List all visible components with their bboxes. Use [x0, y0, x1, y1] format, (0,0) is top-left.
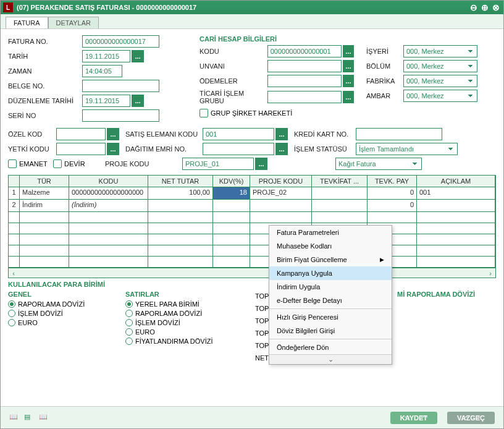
table-row[interactable]: 1 Malzeme 0000000000000000000 100,00 18 … [9, 187, 495, 200]
grup-sirket-checkbox[interactable] [200, 109, 208, 117]
odemeler-lookup-icon[interactable]: ... [343, 75, 354, 87]
table-row[interactable] [9, 234, 495, 245]
table-row[interactable]: 2 İndirim (İndirim) 0 [9, 200, 495, 212]
emanet-checkbox[interactable] [8, 159, 17, 168]
book-icon[interactable]: 📖 [9, 413, 19, 423]
satir-radio-euro[interactable]: EURO [125, 328, 243, 336]
bolum-select[interactable]: 000, Merkez [403, 60, 477, 72]
proje-kodu-label: PROJE KODU [105, 160, 182, 168]
col-kodu: KODU [69, 176, 148, 187]
ozel-kod-lookup-icon[interactable]: ... [107, 128, 119, 140]
cari-kodu-input[interactable] [267, 45, 342, 57]
seri-no-label: SERİ NO [8, 112, 82, 119]
ticari-islem-input[interactable] [267, 91, 342, 103]
col-tur: TÜR [20, 176, 69, 187]
belge-no-input[interactable] [82, 80, 159, 92]
isyeri-label: İŞYERİ [366, 48, 403, 55]
satir-radio-yerel[interactable]: YEREL PARA BİRİMİ [125, 300, 243, 308]
document-icon[interactable]: ▤ [24, 413, 34, 423]
tarih-input[interactable] [82, 50, 130, 62]
grid-scrollbar[interactable]: ‹ › [8, 268, 496, 278]
app-logo: L [3, 2, 13, 12]
raporlama-dovizi-title: Mİ RAPORLAMA DÖVİZİ [397, 291, 475, 298]
yetki-kodu-input[interactable] [56, 143, 106, 155]
fatura-no-input[interactable] [82, 35, 159, 48]
para-birimi-title: KULLANILACAK PARA BİRİMİ [8, 281, 496, 288]
genel-radio-euro[interactable]: EURO [8, 319, 113, 326]
kredi-kart-label: KREDİ KART NO. [294, 130, 356, 138]
proje-kodu-input[interactable] [182, 158, 254, 170]
minimize-icon[interactable]: ⊖ [469, 2, 479, 12]
dagitim-emri-label: DAĞITIM EMRİ NO. [125, 145, 203, 153]
satir-radio-raporlama[interactable]: RAPORLAMA DÖVİZİ [125, 310, 243, 317]
menu-indirim-uygula[interactable]: İndirim Uygula [269, 280, 392, 294]
vazgec-button[interactable]: VAZGEÇ [447, 412, 495, 424]
duzenleme-tarih-input[interactable] [82, 95, 130, 107]
genel-radio-islem[interactable]: İŞLEM DÖVİZİ [8, 310, 113, 317]
fabrika-select[interactable]: 000, Merkez [403, 75, 477, 87]
tarih-label: TARİH [8, 53, 82, 60]
unvani-label: UNVANI [200, 62, 267, 70]
islem-statusu-select[interactable]: İşlem Tamamlandı [356, 143, 458, 155]
kaydet-button[interactable]: KAYDET [390, 412, 437, 424]
col-kdv: KDV(%) [213, 176, 250, 187]
satis-elemani-label: SATIŞ ELEMANI KODU [125, 130, 203, 138]
duzenleme-tarih-picker-icon[interactable]: ... [132, 95, 144, 107]
menu-birim-fiyat-guncelleme[interactable]: Birim Fiyat Güncelleme▶ [269, 253, 392, 266]
satir-radio-fiyatlandirma[interactable]: FİYATLANDIRMA DÖVİZİ [125, 338, 243, 345]
genel-radio-raporlama[interactable]: RAPORLAMA DÖVİZİ [8, 300, 113, 308]
menu-fatura-parametreleri[interactable]: Fatura Parametreleri [269, 226, 392, 239]
cari-kodu-lookup-icon[interactable]: ... [343, 45, 354, 57]
kredi-kart-input[interactable] [356, 128, 442, 140]
genel-title: GENEL [8, 291, 113, 298]
table-row[interactable] [9, 257, 495, 268]
dagitim-emri-lookup-icon[interactable]: ... [275, 143, 288, 155]
footer-bar: 📖 ▤ 📖 KAYDET VAZGEÇ [1, 406, 503, 428]
context-menu[interactable]: Fatura Parametreleri Muhasebe Kodları Bi… [269, 225, 392, 365]
table-row[interactable] [9, 212, 495, 223]
tab-detaylar[interactable]: DETAYLAR [48, 17, 99, 28]
devir-label: DEVİR [64, 160, 101, 168]
maximize-icon[interactable]: ⊕ [480, 2, 490, 12]
ticari-islem-label: TİCARİ İŞLEM GRUBU [200, 90, 267, 104]
dagitim-emri-input[interactable] [203, 143, 274, 155]
scroll-right-icon[interactable]: › [485, 269, 495, 278]
satir-radio-islem[interactable]: İŞLEM DÖVİZİ [125, 319, 243, 326]
unvani-lookup-icon[interactable]: ... [343, 60, 354, 72]
yetki-kodu-lookup-icon[interactable]: ... [107, 143, 119, 155]
tarih-picker-icon[interactable]: ... [132, 50, 144, 62]
line-items-grid[interactable]: TÜR KODU NET TUTAR KDV(%) PROJE KODU TEV… [8, 175, 496, 268]
tab-fatura[interactable]: FATURA [6, 17, 48, 28]
ambar-select[interactable]: 000, Merkez [403, 90, 477, 102]
ticari-islem-lookup-icon[interactable]: ... [343, 91, 354, 103]
table-row[interactable] [9, 223, 495, 234]
menu-doviz-bilgileri[interactable]: Döviz Bilgileri Girişi [269, 324, 392, 338]
fatura-tipi-select[interactable]: Kağıt Fatura [335, 158, 422, 170]
menu-muhasebe-kodlari[interactable]: Muhasebe Kodları [269, 239, 392, 253]
grup-sirket-label: GRUP ŞİRKET HAREKETİ [211, 109, 292, 117]
satis-elemani-input[interactable] [203, 128, 274, 140]
isyeri-select[interactable]: 000, Merkez [403, 45, 477, 57]
close-icon[interactable]: ⊗ [491, 2, 501, 12]
zaman-input[interactable] [82, 65, 122, 77]
unvani-input[interactable] [267, 60, 342, 72]
table-row[interactable] [9, 245, 495, 257]
fatura-no-label: FATURA NO. [8, 38, 82, 45]
satis-elemani-lookup-icon[interactable]: ... [275, 128, 288, 140]
odemeler-input[interactable] [267, 75, 342, 87]
cari-hesap-title: CARİ HESAP BİLGİLERİ [200, 35, 354, 43]
devir-checkbox[interactable] [53, 159, 62, 168]
col-proje: PROJE KODU [250, 176, 312, 187]
scroll-left-icon[interactable]: ‹ [9, 269, 19, 278]
menu-kampanya-uygula[interactable]: Kampanya Uygula [269, 266, 392, 280]
menu-edefter-belge[interactable]: e-Defter Belge Detayı [269, 294, 392, 307]
seri-no-input[interactable] [82, 109, 159, 122]
titlebar: L (07) PERAKENDE SATIŞ FATURASI - 000000… [1, 1, 503, 14]
book2-icon[interactable]: 📖 [39, 413, 49, 423]
proje-kodu-lookup-icon[interactable]: ... [255, 158, 267, 170]
menu-expand-icon[interactable]: ⌄ [269, 354, 392, 364]
ozel-kod-input[interactable] [56, 128, 106, 140]
menu-ondegerlere-don[interactable]: Öndeğerlere Dön [269, 341, 392, 354]
cari-kodu-label: KODU [200, 48, 267, 55]
menu-hizli-giris[interactable]: Hızlı Giriş Penceresi [269, 310, 392, 324]
